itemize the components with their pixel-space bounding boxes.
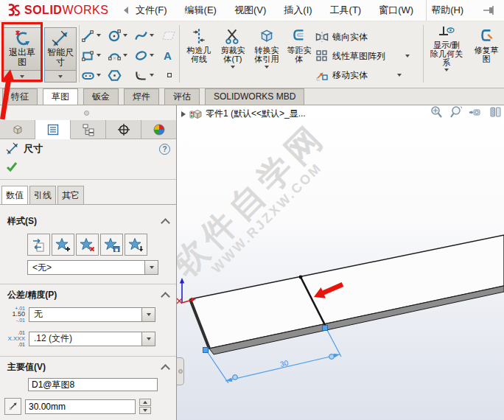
arc-tool[interactable]	[108, 47, 127, 63]
part-name-label[interactable]: 零件1 (默认<<默认>_显...	[206, 108, 306, 120]
construction-geometry-button[interactable]: 构造几何线	[183, 27, 215, 63]
menu-collapse-icon[interactable]	[124, 7, 128, 14]
dimension-drag-handle[interactable]	[329, 354, 335, 360]
dropdown-button[interactable]	[141, 332, 155, 346]
viewport-splitter-tab[interactable]	[177, 357, 184, 385]
tab-evaluate[interactable]: 评估	[164, 88, 200, 105]
add-style-button[interactable]	[52, 234, 74, 256]
menu-view[interactable]: 视图(V)	[234, 4, 266, 17]
spinner-up-button[interactable]	[139, 399, 151, 406]
tab-sketch[interactable]: 草图	[43, 88, 78, 105]
sketch-text-tool[interactable]: A	[164, 47, 172, 63]
collapse-caret-icon[interactable]	[161, 292, 170, 301]
dropdown-arrow-icon[interactable]	[150, 54, 154, 57]
tab-leaders[interactable]: 引线	[29, 186, 56, 205]
menu-file[interactable]: 文件(F)	[136, 4, 167, 17]
modify-value-icon[interactable]	[4, 398, 21, 415]
feature-tree-flyout[interactable]: 零件1 (默认<<默认>_显...	[181, 108, 306, 120]
point-tool[interactable]	[165, 67, 174, 83]
circle-tool[interactable]	[108, 27, 127, 43]
dropdown-arrow-icon[interactable]	[405, 55, 410, 57]
tab-features[interactable]: 特征	[2, 88, 38, 105]
plate-top-face[interactable]	[190, 235, 504, 349]
dimension-handle-square[interactable]	[323, 326, 328, 331]
ok-check-icon[interactable]	[6, 161, 18, 172]
dropdown-arrow-icon[interactable]	[444, 69, 449, 71]
tab-display-manager[interactable]	[141, 120, 176, 139]
exit-sketch-button[interactable]: 退出草图	[3, 27, 41, 71]
tolerance-select[interactable]: 无	[29, 307, 155, 322]
dimension-name-field[interactable]	[28, 378, 158, 391]
tab-property-manager[interactable]	[35, 120, 71, 139]
tree-expand-icon[interactable]	[181, 111, 186, 117]
style-select[interactable]: <无>	[27, 260, 158, 275]
ellipse-tool[interactable]	[134, 47, 154, 63]
tab-value[interactable]: 数值	[1, 186, 28, 205]
primary-value-section-header[interactable]: 主要值(V)	[7, 361, 169, 374]
load-style-button[interactable]	[125, 234, 147, 256]
collapse-caret-icon[interactable]	[161, 364, 170, 374]
collapse-caret-icon[interactable]	[161, 218, 170, 228]
model-scene[interactable]: 30	[177, 105, 504, 420]
dropdown-arrow-icon[interactable]	[150, 74, 154, 77]
dropdown-arrow-icon[interactable]	[150, 34, 154, 37]
linear-pattern-button[interactable]: 线性草图阵列	[315, 48, 410, 64]
dropdown-button[interactable]	[141, 308, 155, 321]
previous-view-icon[interactable]	[469, 105, 483, 119]
dimension-value-field[interactable]	[25, 399, 136, 414]
convert-entities-button[interactable]: 转换实体引用	[251, 27, 283, 69]
apply-default-style-button[interactable]	[27, 234, 50, 256]
display-delete-relations-button[interactable]: 显示/删除几何关系	[426, 25, 467, 71]
tab-sheet-metal[interactable]: 钣金	[83, 88, 119, 105]
dropdown-arrow-icon[interactable]	[97, 54, 101, 57]
smart-dimension-dropdown[interactable]	[44, 71, 77, 83]
dimension-handle-square[interactable]	[203, 348, 209, 353]
fillet-tool[interactable]	[134, 67, 154, 83]
dropdown-arrow-icon[interactable]	[265, 66, 269, 69]
style-section-header[interactable]: 样式(S)	[7, 215, 169, 228]
dropdown-arrow-icon[interactable]	[231, 66, 235, 69]
tab-configuration-manager[interactable]	[71, 120, 106, 139]
graphics-viewport[interactable]: 软件自学网 WWW.RJZXW.COM 零件1 (默认<<默认>_显...	[177, 105, 504, 420]
dropdown-arrow-icon[interactable]	[123, 54, 127, 57]
menu-tools[interactable]: 工具(T)	[330, 4, 362, 17]
dropdown-arrow-icon[interactable]	[97, 34, 101, 37]
precision-select[interactable]: .12 (文件)	[29, 332, 155, 346]
menu-edit[interactable]: 编辑(E)	[185, 4, 217, 17]
zoom-area-icon[interactable]	[449, 105, 462, 119]
move-entities-button[interactable]: 移动实体	[315, 67, 402, 83]
spinner-down-button[interactable]	[139, 407, 151, 414]
pin-menu-icon[interactable]	[483, 5, 496, 15]
dropdown-arrow-icon[interactable]	[123, 34, 127, 37]
tolerance-section-header[interactable]: 公差/精度(P)	[7, 289, 169, 301]
menu-window[interactable]: 窗口(W)	[379, 4, 413, 17]
delete-style-button[interactable]	[76, 234, 99, 256]
sketch-line-endpoint[interactable]	[299, 276, 303, 279]
menu-insert[interactable]: 插入(I)	[284, 4, 312, 17]
dimension-drag-handle[interactable]	[233, 375, 238, 380]
line-tool[interactable]	[81, 27, 101, 43]
tab-dimxpert-manager[interactable]	[106, 120, 141, 139]
panel-grip[interactable]	[0, 105, 176, 120]
tab-feature-manager[interactable]	[0, 120, 35, 139]
tab-weldments[interactable]: 焊件	[124, 88, 159, 105]
trim-entities-button[interactable]: 剪裁实体(T)	[217, 27, 249, 69]
dropdown-arrow-icon[interactable]	[97, 74, 101, 77]
smart-dimension-button[interactable]: 智能尺寸	[44, 27, 77, 71]
menu-help[interactable]: 帮助(H)	[431, 4, 463, 17]
zoom-fit-icon[interactable]	[430, 105, 443, 119]
offset-entities-button[interactable]: 等距实体	[284, 27, 314, 63]
help-icon[interactable]: ?	[159, 144, 170, 155]
save-style-button[interactable]	[100, 234, 123, 256]
mirror-entities-button[interactable]: 镜向实体	[315, 29, 368, 45]
section-view-icon[interactable]	[489, 105, 502, 119]
slot-tool[interactable]	[81, 67, 101, 83]
spline-tool[interactable]	[134, 27, 154, 43]
dropdown-button[interactable]	[144, 261, 158, 274]
exit-sketch-dropdown[interactable]	[3, 71, 41, 83]
polygon-tool[interactable]	[108, 67, 122, 83]
dropdown-arrow-icon[interactable]	[397, 74, 402, 77]
rectangle-tool[interactable]	[81, 47, 101, 63]
tab-other[interactable]: 其它	[57, 186, 84, 205]
repair-sketch-button[interactable]: 修复草图	[470, 27, 503, 63]
